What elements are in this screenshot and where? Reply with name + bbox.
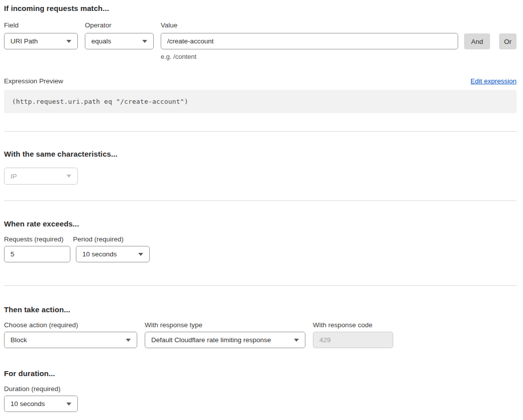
- duration-label: Duration (required): [4, 385, 517, 393]
- value-label: Value: [161, 21, 458, 29]
- section-take-action: Then take action... Choose action (requi…: [4, 305, 517, 348]
- chevron-down-icon: [142, 40, 147, 43]
- requests-input[interactable]: [4, 246, 70, 262]
- response-type-select[interactable]: Default Cloudflare rate limiting respons…: [145, 332, 305, 348]
- field-label: Field: [4, 21, 78, 29]
- or-button[interactable]: Or: [499, 33, 517, 49]
- value-input[interactable]: [161, 33, 458, 49]
- edit-expression-link[interactable]: Edit expression: [471, 77, 517, 85]
- expression-preview-code: (http.request.uri.path eq "/create-accou…: [4, 90, 517, 113]
- section-incoming-requests-match: If incoming requests match... Field URI …: [4, 4, 517, 113]
- response-code-label: With response code: [313, 321, 372, 329]
- response-code-input: [313, 332, 393, 348]
- characteristic-select-value: IP: [10, 173, 17, 180]
- action-select[interactable]: Block: [4, 332, 137, 348]
- chevron-down-icon: [66, 403, 71, 406]
- operator-column: Operator equals: [85, 21, 154, 49]
- section-title-characteristics: With the same characteristics...: [4, 150, 517, 158]
- chevron-down-icon: [294, 339, 299, 342]
- response-type-select-value: Default Cloudflare rate limiting respons…: [151, 336, 271, 344]
- duration-select[interactable]: 10 seconds: [4, 396, 78, 412]
- section-rate-exceeds: When rate exceeds... Requests (required)…: [4, 219, 517, 262]
- field-column: Field URI Path: [4, 21, 78, 49]
- match-controls-row: Field URI Path Operator equals Value And…: [4, 21, 517, 49]
- operator-select[interactable]: equals: [85, 33, 154, 49]
- and-button[interactable]: And: [464, 33, 490, 49]
- period-select[interactable]: 10 seconds: [76, 246, 150, 262]
- section-title-action: Then take action...: [4, 305, 517, 314]
- section-characteristics: With the same characteristics... IP: [4, 150, 517, 185]
- expression-preview-row: Expression Preview Edit expression: [4, 77, 517, 85]
- choose-action-label: Choose action (required): [4, 321, 137, 329]
- section-divider: [4, 131, 517, 132]
- action-select-value: Block: [10, 336, 27, 344]
- chevron-down-icon: [66, 175, 71, 178]
- expression-preview-label: Expression Preview: [4, 77, 63, 85]
- field-select-value: URI Path: [10, 37, 38, 45]
- section-divider: [4, 201, 517, 201]
- requests-label: Requests (required): [4, 235, 63, 243]
- section-for-duration: For duration... Duration (required) 10 s…: [4, 369, 517, 412]
- action-labels-row: Choose action (required) With response t…: [4, 321, 517, 329]
- section-title-rate: When rate exceeds...: [4, 219, 517, 228]
- duration-select-value: 10 seconds: [10, 400, 45, 408]
- action-controls-row: Block Default Cloudflare rate limiting r…: [4, 332, 517, 348]
- section-divider: [4, 285, 517, 286]
- chevron-down-icon: [126, 339, 131, 342]
- chevron-down-icon: [66, 40, 71, 43]
- operator-select-value: equals: [91, 37, 111, 45]
- operator-label: Operator: [85, 21, 154, 29]
- rate-limiting-rule-form: If incoming requests match... Field URI …: [0, 0, 523, 420]
- period-label: Period (required): [73, 235, 123, 243]
- value-hint: e.g. /content: [161, 53, 458, 60]
- field-select[interactable]: URI Path: [4, 33, 78, 49]
- rate-labels-row: Requests (required) Period (required): [4, 235, 517, 243]
- response-type-label: With response type: [145, 321, 305, 329]
- section-title-match: If incoming requests match...: [4, 4, 517, 12]
- value-column: Value: [161, 21, 458, 49]
- chevron-down-icon: [138, 253, 143, 256]
- characteristic-select[interactable]: IP: [4, 168, 78, 185]
- rate-controls-row: 10 seconds: [4, 246, 517, 262]
- value-hint-row: e.g. /content: [4, 49, 517, 60]
- period-select-value: 10 seconds: [82, 250, 117, 258]
- section-title-duration: For duration...: [4, 369, 517, 378]
